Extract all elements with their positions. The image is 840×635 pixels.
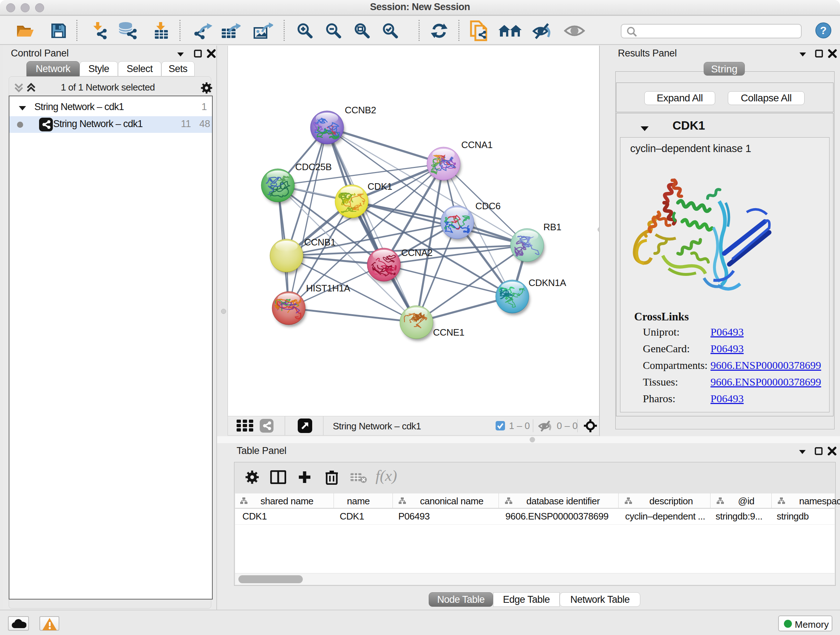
svg-text:RB1: RB1 [543, 222, 561, 233]
svg-text:?: ? [820, 24, 827, 36]
svg-text:CCNB1: CCNB1 [304, 237, 336, 248]
svg-text:CCNA2: CCNA2 [401, 247, 433, 258]
svg-text:CDKN1A: CDKN1A [529, 277, 567, 288]
svg-text:CDC25B: CDC25B [295, 162, 332, 172]
svg-text:CCNB2: CCNB2 [345, 105, 376, 116]
svg-text:CDC6: CDC6 [475, 201, 501, 211]
svg-text:CCNE1: CCNE1 [433, 327, 464, 338]
svg-text:CCNA1: CCNA1 [461, 139, 493, 150]
svg-text:HIST1H1A: HIST1H1A [306, 283, 351, 294]
svg-text:CDK1: CDK1 [368, 181, 392, 192]
